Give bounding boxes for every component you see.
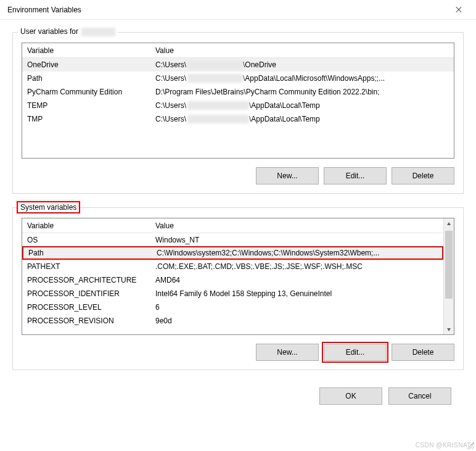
close-icon[interactable] xyxy=(448,2,470,18)
edit-button[interactable]: Edit... xyxy=(324,167,387,184)
cell-value: Windows_NT xyxy=(152,236,443,244)
table-row[interactable]: PROCESSOR_IDENTIFIER Intel64 Family 6 Mo… xyxy=(22,287,443,300)
new-button[interactable]: New... xyxy=(256,344,319,361)
table-header: Variable Value xyxy=(22,43,454,58)
header-value[interactable]: Value xyxy=(152,221,443,230)
table-row[interactable]: PyCharm Community Edition D:\Program Fil… xyxy=(22,85,454,99)
system-variables-table[interactable]: Variable Value OS Windows_NT Path C:\Win… xyxy=(22,218,454,335)
user-variables-label-text: User variables for xyxy=(20,27,78,36)
header-variable[interactable]: Variable xyxy=(22,46,152,55)
vertical-scrollbar[interactable] xyxy=(443,218,454,334)
cell-variable: PROCESSOR_ARCHITECTURE xyxy=(22,276,152,284)
resize-grip-icon[interactable] xyxy=(467,442,474,449)
table-row[interactable]: TEMP C:\Users\\AppData\Local\Temp xyxy=(22,99,454,112)
scroll-down-icon[interactable] xyxy=(444,324,454,334)
cell-variable: PyCharm Community Edition xyxy=(22,88,152,96)
table-header: Variable Value xyxy=(22,218,443,233)
ok-button[interactable]: OK xyxy=(319,387,382,405)
cell-value: C:\Users\\AppData\Local\Temp xyxy=(152,115,454,124)
table-row[interactable]: PROCESSOR_REVISION 9e0d xyxy=(22,314,443,328)
cell-value: C:\Users\\OneDrive xyxy=(152,60,454,70)
cell-value: Intel64 Family 6 Model 158 Stepping 13, … xyxy=(152,289,443,298)
edit-button[interactable]: Edit... xyxy=(324,344,387,361)
cell-variable: Path xyxy=(23,249,153,257)
cell-value: C:\Windows\system32;C:\Windows;C:\Window… xyxy=(153,249,442,257)
cell-variable: Path xyxy=(22,74,152,83)
system-variables-label: System variables xyxy=(17,201,80,213)
table-row[interactable]: OneDrive C:\Users\\OneDrive xyxy=(22,58,454,72)
cell-value: C:\Users\\AppData\Local\Temp xyxy=(152,101,454,110)
watermark: CSDN @KRISNAT xyxy=(416,442,471,449)
table-row-path[interactable]: Path C:\Windows\system32;C:\Windows;C:\W… xyxy=(22,246,443,260)
table-row[interactable]: PROCESSOR_ARCHITECTURE AMD64 xyxy=(22,273,443,287)
cell-value: 6 xyxy=(152,303,443,312)
svg-marker-0 xyxy=(447,222,451,225)
cell-variable: PROCESSOR_IDENTIFIER xyxy=(22,289,152,298)
cell-value: AMD64 xyxy=(152,276,443,284)
cell-value: C:\Users\\AppData\Local\Microsoft\Window… xyxy=(152,74,454,83)
table-row[interactable]: PROCESSOR_LEVEL 6 xyxy=(22,300,443,314)
table-row[interactable]: OS Windows_NT xyxy=(22,233,443,247)
cell-value: 9e0d xyxy=(152,317,443,325)
scroll-up-icon[interactable] xyxy=(444,218,454,229)
scrollbar-thumb[interactable] xyxy=(445,231,453,299)
delete-button[interactable]: Delete xyxy=(392,344,454,361)
cell-variable: TMP xyxy=(22,115,152,123)
cell-variable: TEMP xyxy=(22,101,152,110)
table-row[interactable]: PATHEXT .COM;.EXE;.BAT;.CMD;.VBS;.VBE;.J… xyxy=(22,260,443,273)
header-variable[interactable]: Variable xyxy=(22,221,152,230)
window-title: Environment Variables xyxy=(7,6,81,14)
user-variables-group: User variables for Variable Value OneDri… xyxy=(12,32,464,194)
header-value[interactable]: Value xyxy=(152,46,454,55)
cell-value: D:\Program Files\JetBrains\PyCharm Commu… xyxy=(152,88,454,96)
table-row[interactable]: Path C:\Users\\AppData\Local\Microsoft\W… xyxy=(22,72,454,85)
cell-variable: PATHEXT xyxy=(22,262,152,271)
cell-variable: OneDrive xyxy=(22,60,152,69)
dialog-buttons: OK Cancel xyxy=(12,384,464,405)
system-variables-group: System variables Variable Value OS Windo… xyxy=(12,207,464,370)
cell-variable: OS xyxy=(22,236,152,244)
new-button[interactable]: New... xyxy=(256,167,319,184)
user-buttons: New... Edit... Delete xyxy=(22,167,454,184)
cell-value: .COM;.EXE;.BAT;.CMD;.VBS;.VBE;.JS;.JSE;.… xyxy=(152,262,443,271)
table-row[interactable]: TMP C:\Users\\AppData\Local\Temp xyxy=(22,112,454,126)
system-buttons: New... Edit... Delete xyxy=(22,344,454,361)
delete-button[interactable]: Delete xyxy=(392,167,454,184)
cell-variable: PROCESSOR_LEVEL xyxy=(22,303,152,312)
cancel-button[interactable]: Cancel xyxy=(388,387,451,405)
redacted-username xyxy=(81,28,115,36)
titlebar: Environment Variables xyxy=(0,0,476,20)
user-variables-label: User variables for xyxy=(18,27,118,36)
cell-variable: PROCESSOR_REVISION xyxy=(22,317,152,325)
user-variables-table[interactable]: Variable Value OneDrive C:\Users\\OneDri… xyxy=(22,43,454,159)
svg-marker-1 xyxy=(447,328,451,331)
